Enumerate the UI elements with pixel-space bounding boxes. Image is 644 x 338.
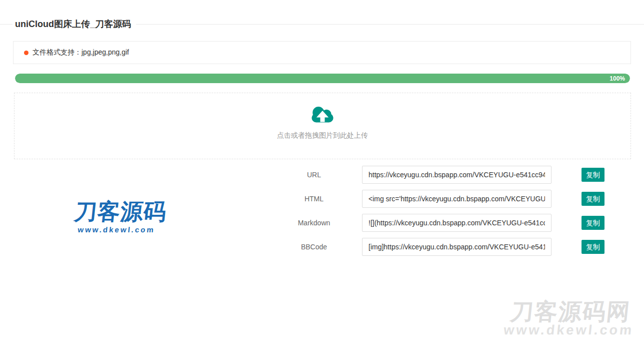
site-logo-title: 刀客源码: [73, 199, 163, 224]
cloud-upload-icon: [309, 105, 336, 126]
html-label: HTML: [280, 195, 348, 203]
html-input[interactable]: [362, 190, 552, 208]
bottom-watermark-title: 刀客源码网: [504, 299, 637, 323]
upload-progress: 100%: [15, 74, 630, 83]
copy-url-button[interactable]: 复制: [582, 168, 604, 182]
upload-progress-label: 100%: [610, 75, 625, 82]
upload-progress-bar: 100%: [15, 74, 630, 83]
markdown-input[interactable]: [362, 214, 552, 232]
bbcode-input[interactable]: [362, 238, 552, 256]
form-row-url: URL 复制: [280, 166, 620, 184]
markdown-label: Markdown: [280, 219, 348, 227]
alert-dot-icon: [24, 51, 28, 55]
bottom-watermark-url: www.dkewl.com: [503, 323, 634, 337]
upload-dropzone[interactable]: 点击或者拖拽图片到此处上传: [14, 93, 631, 159]
page-title: uniCloud图床上传_刀客源码: [12, 18, 136, 30]
link-form: URL 复制 HTML 复制 Markdown 复制 BBCode 复制: [280, 166, 620, 262]
page-title-divider: uniCloud图床上传_刀客源码: [0, 18, 644, 30]
title-line-left: [0, 24, 12, 25]
copy-markdown-button[interactable]: 复制: [582, 216, 604, 230]
site-logo-watermark: 刀客源码 www.dkewl.com: [72, 199, 163, 234]
alert-text: 文件格式支持：jpg,jpeg,png,gif: [32, 48, 129, 57]
form-row-html: HTML 复制: [280, 190, 620, 208]
copy-bbcode-button[interactable]: 复制: [582, 240, 604, 254]
title-line-right: [136, 24, 644, 25]
form-row-markdown: Markdown 复制: [280, 214, 620, 232]
upload-hint-text: 点击或者拖拽图片到此处上传: [14, 131, 630, 140]
copy-html-button[interactable]: 复制: [582, 192, 604, 206]
file-format-alert: 文件格式支持：jpg,jpeg,png,gif: [13, 41, 631, 64]
url-input[interactable]: [362, 166, 552, 184]
site-logo-url: www.dkewl.com: [72, 225, 160, 234]
url-label: URL: [280, 171, 348, 179]
form-row-bbcode: BBCode 复制: [280, 238, 620, 256]
bbcode-label: BBCode: [280, 243, 348, 251]
bottom-watermark: 刀客源码网 www.dkewl.com: [503, 299, 636, 337]
